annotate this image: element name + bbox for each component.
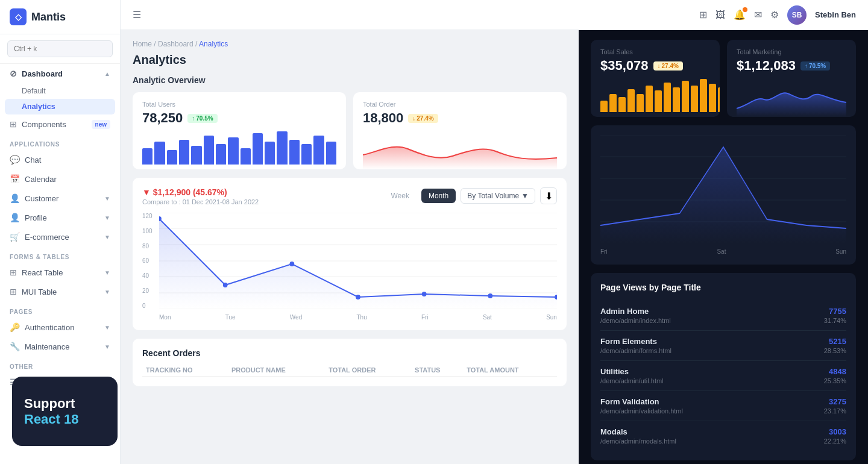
bar — [204, 136, 214, 165]
sidebar-item-chat[interactable]: 💬 Chat — [0, 150, 120, 169]
orders-label: Total Order — [363, 101, 557, 108]
pv-item-3: Form Validation /demo/admin/validation.h… — [600, 391, 846, 421]
week-btn[interactable]: Week — [383, 189, 416, 203]
bar — [609, 94, 617, 112]
sidebar-item-customer[interactable]: 👤 Customer ▼ — [0, 189, 120, 208]
pv-name-0: Admin Home — [600, 307, 824, 316]
bar — [265, 142, 275, 165]
pv-url-3: /demo/admin/validation.html — [600, 407, 824, 415]
mui-table-label: MUI Table — [22, 287, 57, 296]
month-btn[interactable]: Month — [421, 189, 456, 203]
volume-dropdown[interactable]: By Total Volume ▼ — [461, 188, 535, 204]
pv-url-0: /demo/admin/index.html — [600, 317, 824, 324]
left-panel: Home / Dashboard / Analytics Analytics A… — [121, 30, 579, 464]
users-bar-chart — [142, 131, 336, 167]
bar — [142, 148, 153, 165]
profile-icon: 👤 — [10, 213, 20, 222]
sidebar-item-calendar[interactable]: 📅 Calendar — [0, 169, 120, 189]
sidebar-item-authentication[interactable]: 🔑 Authentication ▼ — [0, 318, 120, 337]
bar — [289, 140, 300, 165]
svg-point-9 — [289, 262, 294, 266]
income-compare: Compare to : 01 Dec 2021-08 Jan 2022 — [142, 198, 259, 205]
page-views-section: Page Views by Page Title Admin Home /dem… — [591, 273, 856, 460]
bar — [313, 136, 324, 165]
users-badge: ↑ 70.5% — [187, 114, 217, 123]
bar — [301, 144, 312, 165]
income-header: ▼ $1,12,900 (45.67%) Compare to : 01 Dec… — [142, 187, 557, 205]
bar — [228, 137, 238, 165]
orders-title: Recent Orders — [142, 348, 557, 358]
overview-title: Analytic Overview — [133, 75, 567, 85]
marketing-up-icon: ↑ — [805, 63, 808, 69]
pv-name-1: Form Elements — [600, 337, 824, 346]
bar — [154, 142, 165, 165]
search-input[interactable] — [7, 40, 113, 57]
mail-icon[interactable]: ✉ — [754, 9, 762, 20]
breadcrumb-dashboard[interactable]: Dashboard — [158, 40, 193, 48]
sales-bar-chart — [600, 78, 710, 114]
breadcrumb-home[interactable]: Home — [133, 40, 152, 48]
pages-section-label: Pages — [0, 301, 120, 318]
customer-chevron: ▼ — [104, 195, 110, 202]
support-line1: Support — [24, 396, 105, 412]
avatar[interactable]: SB — [787, 5, 807, 25]
bar — [253, 133, 263, 165]
grid-icon[interactable]: ⊞ — [699, 9, 707, 20]
pv-pct-1: 28.53% — [824, 347, 846, 354]
sidebar-item-components[interactable]: ⊞ Components new — [0, 114, 120, 134]
svg-point-10 — [356, 295, 360, 299]
bar — [600, 101, 608, 112]
sidebar-item-dashboard[interactable]: ⊘ Dashboard ▲ — [0, 64, 120, 83]
pv-count-4: 3003 — [824, 427, 846, 436]
sidebar-sub-analytics[interactable]: Analytics — [5, 99, 115, 114]
dark-stat-card-marketing: Total Marketing $1,12,083 ↑ 70.5% — [727, 40, 856, 117]
dashboard-chevron: ▲ — [104, 71, 110, 77]
sidebar-item-ecommerce[interactable]: 🛒 E-commerce ▼ — [0, 227, 120, 246]
maintenance-label: Maintenance — [25, 342, 69, 351]
logo-text: Mantis — [31, 11, 66, 24]
down-arrow-icon: ↓ — [412, 115, 415, 122]
marketing-badge: ↑ 70.5% — [800, 61, 830, 71]
support-popup[interactable]: Support React 18 — [12, 377, 118, 446]
col-total-order: TOTAL ORDER — [325, 364, 411, 377]
orders-table: TRACKING NO PRODUCT NAME TOTAL ORDER STA… — [142, 364, 557, 377]
forms-section-label: Forms & Tables — [0, 246, 120, 263]
applications-section-label: Applications — [0, 134, 120, 150]
bar — [216, 144, 226, 165]
sidebar-sub-default[interactable]: Default — [0, 83, 120, 99]
sidebar-item-profile[interactable]: 👤 Profile ▼ — [0, 208, 120, 227]
image-icon[interactable]: 🖼 — [715, 10, 725, 20]
bar — [618, 97, 626, 112]
bar — [709, 84, 716, 112]
svg-point-11 — [422, 292, 427, 296]
settings-icon[interactable]: ⚙ — [770, 9, 779, 20]
calendar-label: Calendar — [25, 175, 57, 184]
sidebar-item-mui-table[interactable]: ⊞ MUI Table ▼ — [0, 282, 120, 301]
chat-icon: 💬 — [10, 155, 20, 165]
bar — [718, 87, 720, 112]
marketing-area-chart — [737, 78, 846, 117]
income-section: ▼ $1,12,900 (45.67%) Compare to : 01 Dec… — [133, 178, 567, 330]
auth-chevron: ▼ — [104, 324, 110, 331]
download-btn[interactable]: ⬇ — [540, 187, 557, 204]
sidebar-item-maintenance[interactable]: 🔧 Maintenance ▼ — [0, 337, 120, 356]
dropdown-chevron-icon: ▼ — [521, 192, 529, 200]
notification-icon[interactable]: 🔔 — [734, 9, 746, 20]
col-product: PRODUCT NAME — [228, 364, 325, 377]
pv-item-1: Form Elements /demo/admin/forms.html 521… — [600, 331, 846, 361]
breadcrumb: Home / Dashboard / Analytics — [133, 40, 567, 48]
logo-icon: ◇ — [10, 8, 27, 25]
menu-toggle-icon[interactable]: ☰ — [133, 9, 141, 20]
pv-pct-0: 31.74% — [824, 317, 846, 324]
sidebar-item-react-table[interactable]: ⊞ React Table ▼ — [0, 263, 120, 282]
page-title: Analytics — [133, 53, 567, 67]
pv-item-4: Modals /demo/admin/modals.html 3003 22.2… — [600, 421, 846, 451]
pv-pct-2: 25.35% — [824, 377, 846, 384]
orders-area-chart — [363, 131, 557, 169]
profile-chevron: ▼ — [104, 215, 110, 221]
dark-stat-cards: Total Sales $35,078 ↓ 27.4% Total Market… — [591, 40, 856, 117]
pv-url-1: /demo/admin/forms.html — [600, 347, 824, 354]
main-area: ☰ ⊞ 🖼 🔔 ✉ ⚙ SB Stebin Ben Home / Dashboa… — [121, 0, 868, 464]
react-table-label: React Table — [22, 268, 63, 277]
dashboard-icon: ⊘ — [10, 69, 17, 78]
